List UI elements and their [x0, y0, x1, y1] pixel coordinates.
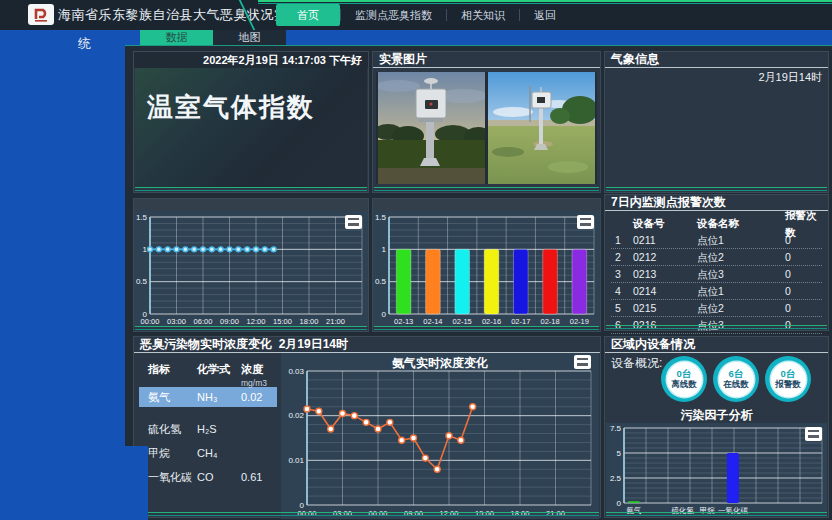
weather-panel-title: 气象信息	[605, 52, 828, 68]
title-overflow-text: 统	[78, 35, 91, 53]
factor-bar-chart: 02.557.5氨气硫化氢甲烷一氧化碳	[606, 423, 827, 515]
panel-bottom-lines	[606, 187, 827, 191]
tab-map[interactable]: 地图	[213, 30, 286, 45]
svg-text:09:00: 09:00	[220, 317, 239, 326]
svg-text:0.01: 0.01	[288, 456, 304, 465]
pollutant-panel: 恶臭污染物实时浓度变化 2月19日14时 指标 化学式 浓度mg/m3 氨气NH…	[133, 336, 601, 518]
offline-count-circle: 0台离线数	[661, 356, 707, 402]
left-sidebar: 统	[0, 30, 125, 520]
svg-text:5: 5	[617, 449, 622, 458]
svg-text:一氧化碳: 一氧化碳	[718, 506, 749, 515]
pollutant-timestamp: 2月19日14时	[279, 337, 348, 351]
table-row: 30213点位30	[611, 266, 822, 283]
svg-text:15:00: 15:00	[475, 509, 494, 518]
site-photo-dusk	[378, 72, 485, 184]
svg-text:12:00: 12:00	[247, 317, 266, 326]
svg-text:02-15: 02-15	[453, 317, 472, 326]
pollutant-body: 指标 化学式 浓度mg/m3 氨气NH₃0.02 硫化氢H₂S 甲烷CH₄ 一氧…	[135, 353, 599, 516]
svg-text:00:00: 00:00	[298, 509, 317, 518]
svg-text:0: 0	[382, 310, 387, 319]
greeting-panel: 2022年2月19日 14:17:03 下午好 温室气体指数	[133, 51, 369, 193]
app-logo	[28, 4, 54, 25]
chart-menu-icon[interactable]	[577, 215, 594, 229]
svg-text:1.5: 1.5	[375, 213, 387, 222]
svg-text:15:00: 15:00	[273, 317, 292, 326]
svg-text:03:00: 03:00	[167, 317, 186, 326]
weather-timestamp: 2月19日14时	[605, 68, 828, 85]
factor-chart-title: 污染因子分析	[605, 407, 828, 424]
nav-item-odor-index[interactable]: 监测点恶臭指数	[341, 4, 446, 26]
pollutant-row-h2s[interactable]: 硫化氢H₂S	[139, 419, 277, 439]
chart-menu-icon[interactable]	[805, 427, 822, 441]
logo-icon	[32, 7, 50, 22]
greenhouse-line-chart: 00.511.500:0003:0006:0009:0012:0015:0018…	[134, 211, 368, 327]
svg-text:06:00: 06:00	[369, 509, 388, 518]
svg-text:02-13: 02-13	[394, 317, 413, 326]
svg-text:1.5: 1.5	[136, 213, 148, 222]
svg-text:1: 1	[143, 245, 148, 254]
svg-text:09:00: 09:00	[404, 509, 423, 518]
alarm-count-circle: 0台报警数	[765, 356, 811, 402]
photo-row	[376, 72, 597, 184]
ammonia-chart-area: 氨气实时浓度变化 00.010.020.0300:0003:0006:0009:…	[281, 353, 599, 516]
svg-text:18:00: 18:00	[511, 509, 530, 518]
svg-text:0.02: 0.02	[288, 411, 304, 420]
chart-menu-icon[interactable]	[574, 355, 591, 369]
svg-text:02-16: 02-16	[482, 317, 501, 326]
svg-text:03:00: 03:00	[333, 509, 352, 518]
svg-text:02-14: 02-14	[423, 317, 442, 326]
greeting-body: 温室气体指数	[135, 68, 367, 187]
nav-item-knowledge[interactable]: 相关知识	[447, 4, 519, 26]
weather-panel: 气象信息 2月19日14时	[604, 51, 829, 193]
pollutant-table-header: 指标 化学式 浓度mg/m3	[139, 359, 277, 383]
daily-bar-chart-panel: 00.511.502-1302-1402-1502-1602-1702-1802…	[372, 198, 601, 332]
photo-panel-title: 实景图片	[373, 52, 600, 68]
top-navbar: 海南省乐东黎族自治县大气恶臭状况实时发布系 首页 监测点恶臭指数 相关知识 返回	[0, 0, 832, 30]
chart-titlebar	[373, 199, 600, 211]
panel-bottom-lines	[374, 187, 599, 191]
alarm-panel: 7日内监测点报警次数 # 设备号 设备名称 报警次数 10211点位10 202…	[604, 194, 829, 331]
photo-panel: 实景图片	[372, 51, 601, 193]
nav-item-home[interactable]: 首页	[276, 4, 340, 26]
device-panel: 区域内设备情况 设备概况: 0台离线数 6台在线数 0台报警数 污染因子分析 0…	[604, 336, 829, 518]
chart-titlebar	[134, 199, 368, 211]
svg-text:2.5: 2.5	[610, 474, 622, 483]
greenhouse-chart-panel: 00.511.500:0003:0006:0009:0012:0015:0018…	[133, 198, 369, 332]
svg-text:12:00: 12:00	[440, 509, 459, 518]
svg-text:02-18: 02-18	[540, 317, 559, 326]
table-row: 50215点位20	[611, 300, 822, 317]
svg-text:0.5: 0.5	[136, 277, 148, 286]
pollutant-table: 指标 化学式 浓度mg/m3 氨气NH₃0.02 硫化氢H₂S 甲烷CH₄ 一氧…	[135, 353, 281, 516]
svg-text:1: 1	[382, 245, 387, 254]
main-nav-menu: 首页 监测点恶臭指数 相关知识 返回	[276, 0, 570, 30]
tab-data[interactable]: 数据	[140, 30, 213, 45]
svg-text:21:00: 21:00	[546, 509, 565, 518]
device-stats-row: 0台离线数 6台在线数 0台报警数	[605, 354, 828, 406]
svg-text:21:00: 21:00	[326, 317, 345, 326]
svg-text:02-17: 02-17	[511, 317, 530, 326]
svg-text:0.5: 0.5	[375, 277, 387, 286]
device-panel-title: 区域内设备情况	[605, 337, 828, 353]
chart-menu-icon[interactable]	[345, 215, 362, 229]
pollutant-row-ammonia[interactable]: 氨气NH₃0.02	[139, 387, 277, 407]
svg-text:7.5: 7.5	[610, 424, 622, 433]
dashboard-main: 2022年2月19日 14:17:03 下午好 温室气体指数 实景图片	[125, 45, 832, 520]
svg-text:0: 0	[617, 499, 622, 508]
nav-item-back[interactable]: 返回	[520, 4, 570, 26]
view-tabs: 数据 地图	[140, 30, 286, 45]
table-row: 40214点位10	[611, 283, 822, 300]
online-count-circle: 6台在线数	[713, 356, 759, 402]
table-row: 20212点位20	[611, 249, 822, 266]
pollutant-row-ch4[interactable]: 甲烷CH₄	[139, 443, 277, 463]
daily-bar-chart: 00.511.502-1302-1402-1502-1602-1702-1802…	[373, 211, 600, 327]
pollutant-row-co[interactable]: 一氧化碳CO0.61	[139, 467, 277, 487]
table-row: 10211点位10	[611, 232, 822, 249]
svg-text:氨气: 氨气	[626, 506, 641, 515]
greenhouse-gas-headline: 温室气体指数	[147, 90, 315, 125]
alarm-table-header: # 设备号 设备名称 报警次数	[611, 215, 822, 232]
site-photo-day	[488, 72, 595, 184]
background-patch	[125, 446, 148, 520]
alarm-table: # 设备号 设备名称 报警次数 10211点位10 20212点位20 3021…	[605, 211, 828, 334]
svg-text:06:00: 06:00	[194, 317, 213, 326]
svg-text:甲烷: 甲烷	[700, 506, 716, 515]
